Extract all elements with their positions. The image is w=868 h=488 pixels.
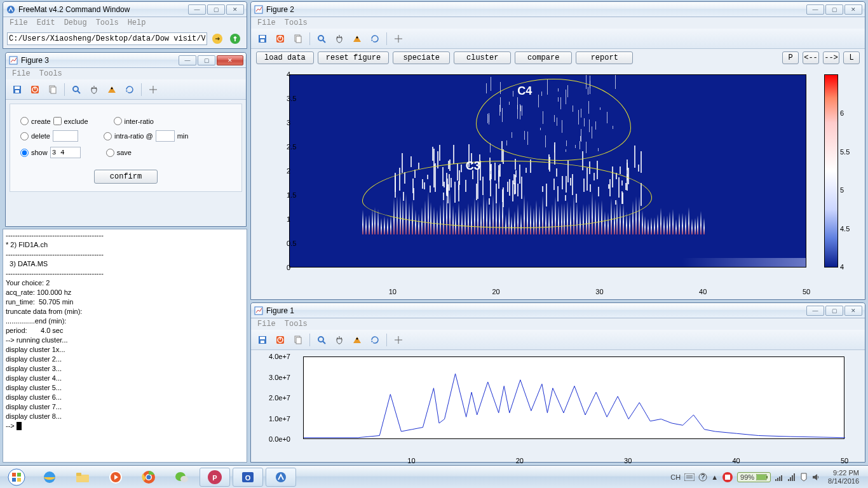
fig3-titlebar[interactable]: Figure 3 — ▢ ✕ xyxy=(6,53,246,68)
menu-tools[interactable]: Tools xyxy=(92,17,123,29)
close-button[interactable]: ✕ xyxy=(226,4,244,15)
zoom-icon[interactable] xyxy=(314,332,329,348)
clock[interactable]: 9:22 PM8/14/2016 xyxy=(824,469,863,485)
save-icon[interactable] xyxy=(255,31,270,46)
freemat-taskbar-icon[interactable] xyxy=(266,468,296,487)
close-button[interactable]: ✕ xyxy=(217,55,243,65)
pan-icon[interactable] xyxy=(332,332,347,348)
stop-icon[interactable] xyxy=(273,332,288,348)
fig2-titlebar[interactable]: Figure 2 — ▢ ✕ xyxy=(251,2,865,17)
close-button[interactable]: ✕ xyxy=(844,4,862,15)
start-button[interactable] xyxy=(1,468,32,487)
minimize-button[interactable]: — xyxy=(806,4,824,15)
action-center-icon[interactable] xyxy=(800,473,808,482)
crosshair-icon[interactable] xyxy=(391,31,406,46)
rotate-icon[interactable] xyxy=(122,82,137,97)
compare-button[interactable]: compare xyxy=(515,51,572,64)
nav-p-button[interactable]: P xyxy=(782,51,799,64)
peak-icon[interactable] xyxy=(349,332,365,348)
crosshair-icon[interactable] xyxy=(391,332,406,348)
path-go-button[interactable] xyxy=(210,31,225,46)
psiphon-icon[interactable]: P xyxy=(200,468,230,487)
save-icon[interactable] xyxy=(10,82,25,97)
nav-right-button[interactable]: --> xyxy=(823,51,839,64)
minimize-button[interactable]: — xyxy=(188,4,206,15)
rotate-icon[interactable] xyxy=(367,31,383,46)
svg-rect-71 xyxy=(725,475,730,480)
outlook-icon[interactable]: O xyxy=(233,468,263,487)
minimize-button[interactable]: — xyxy=(806,306,824,316)
delete-radio[interactable]: delete xyxy=(20,130,78,142)
stop-icon[interactable] xyxy=(27,82,43,97)
battery-indicator[interactable]: 99% xyxy=(737,472,771,482)
menu-edit[interactable]: Edit xyxy=(33,17,59,29)
close-button[interactable]: ✕ xyxy=(844,306,862,316)
pan-icon[interactable] xyxy=(332,31,347,46)
delete-input[interactable] xyxy=(53,130,78,142)
svg-point-28 xyxy=(356,36,358,38)
nav-left-button[interactable]: <-- xyxy=(803,51,819,64)
intra-ratio-input[interactable] xyxy=(156,130,175,142)
confirm-button[interactable]: confirm xyxy=(94,170,158,184)
help-icon[interactable]: ? xyxy=(698,473,707,482)
chromatogram-plot[interactable]: 0.0e+01.0e+72.0e+73.0e+74.0e+71020304050 xyxy=(259,353,857,454)
inter-ratio-radio[interactable]: inter-ratio xyxy=(114,117,154,125)
menu-debug[interactable]: Debug xyxy=(60,17,91,29)
path-input[interactable] xyxy=(7,32,207,45)
menu-tools[interactable]: Tools xyxy=(36,68,66,79)
pan-icon[interactable] xyxy=(86,82,102,97)
load-data-button[interactable]: load data xyxy=(256,51,314,64)
cmdwin-titlebar[interactable]: FreeMat v4.2 Command Window — ▢ ✕ xyxy=(3,2,247,17)
wechat-icon[interactable] xyxy=(166,468,197,487)
rotate-icon[interactable] xyxy=(367,332,383,348)
ie-icon[interactable] xyxy=(34,468,65,487)
path-up-button[interactable] xyxy=(227,31,243,46)
show-hidden-icon[interactable]: ▲ xyxy=(711,473,718,481)
stop-icon[interactable] xyxy=(273,31,288,46)
fig1-titlebar[interactable]: Figure 1 — ▢ ✕ xyxy=(251,303,865,318)
menu-tools[interactable]: Tools xyxy=(281,318,311,330)
reset-figure-button[interactable]: reset figure xyxy=(318,51,389,64)
maximize-button[interactable]: ▢ xyxy=(207,4,225,15)
menu-file[interactable]: File xyxy=(8,68,34,79)
speciate-button[interactable]: speciate xyxy=(393,51,450,64)
lang-indicator[interactable]: CH xyxy=(670,473,681,481)
menu-file[interactable]: File xyxy=(6,17,32,29)
exclude-checkbox[interactable] xyxy=(53,117,62,125)
heatmap-plot[interactable]: C3C4 44.555.56 00.511.522.533.5410203040… xyxy=(259,69,857,285)
nav-l-button[interactable]: L xyxy=(843,51,860,64)
intra-ratio-radio[interactable]: intra-ratio @ min xyxy=(104,130,188,142)
create-radio[interactable]: create exclude xyxy=(20,117,88,125)
keyboard-icon[interactable] xyxy=(684,473,695,481)
wifi-icon[interactable] xyxy=(787,473,796,482)
minimize-button[interactable]: — xyxy=(179,55,196,65)
console-output[interactable]: ----------------------------------------… xyxy=(3,229,247,463)
save-icon[interactable] xyxy=(255,332,270,348)
copy-icon[interactable] xyxy=(45,82,60,97)
copy-icon[interactable] xyxy=(290,332,306,348)
menu-tools[interactable]: Tools xyxy=(281,17,311,29)
media-player-icon[interactable] xyxy=(100,468,131,487)
save-radio[interactable]: save xyxy=(106,149,132,157)
cluster-button[interactable]: cluster xyxy=(454,51,511,64)
chrome-icon[interactable] xyxy=(133,468,164,487)
show-input[interactable] xyxy=(50,147,81,158)
report-button[interactable]: report xyxy=(576,51,633,64)
network-icon[interactable] xyxy=(775,473,783,482)
menu-file[interactable]: File xyxy=(254,318,280,330)
volume-icon[interactable] xyxy=(811,473,820,482)
red-tray-icon[interactable] xyxy=(722,471,733,483)
copy-icon[interactable] xyxy=(290,31,306,46)
maximize-button[interactable]: ▢ xyxy=(825,4,843,15)
menu-help[interactable]: Help xyxy=(124,17,150,29)
menu-file[interactable]: File xyxy=(254,17,280,29)
peak-icon[interactable] xyxy=(349,31,365,46)
peak-icon[interactable] xyxy=(104,82,119,97)
maximize-button[interactable]: ▢ xyxy=(198,55,215,65)
maximize-button[interactable]: ▢ xyxy=(825,306,843,316)
show-radio[interactable]: show xyxy=(20,147,81,158)
explorer-icon[interactable] xyxy=(67,468,98,487)
zoom-icon[interactable] xyxy=(69,82,84,97)
zoom-icon[interactable] xyxy=(314,31,329,46)
crosshair-icon[interactable] xyxy=(146,82,161,97)
